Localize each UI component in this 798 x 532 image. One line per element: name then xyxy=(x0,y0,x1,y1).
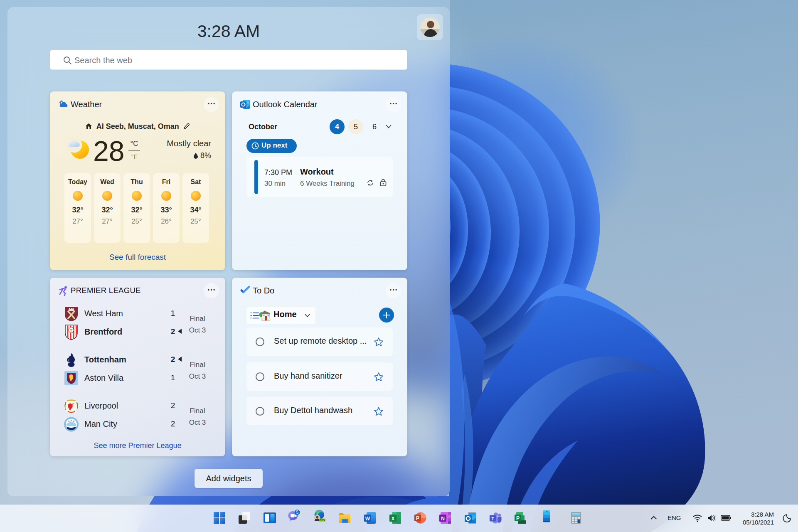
svg-text:P: P xyxy=(416,515,419,521)
svg-text:W: W xyxy=(365,516,370,522)
svg-text:X: X xyxy=(391,516,394,522)
svg-text:P: P xyxy=(516,515,520,521)
svg-text:N: N xyxy=(441,516,445,522)
svg-text:DEV: DEV xyxy=(320,519,325,522)
svg-text:5: 5 xyxy=(296,510,298,515)
svg-text:T: T xyxy=(491,516,494,521)
